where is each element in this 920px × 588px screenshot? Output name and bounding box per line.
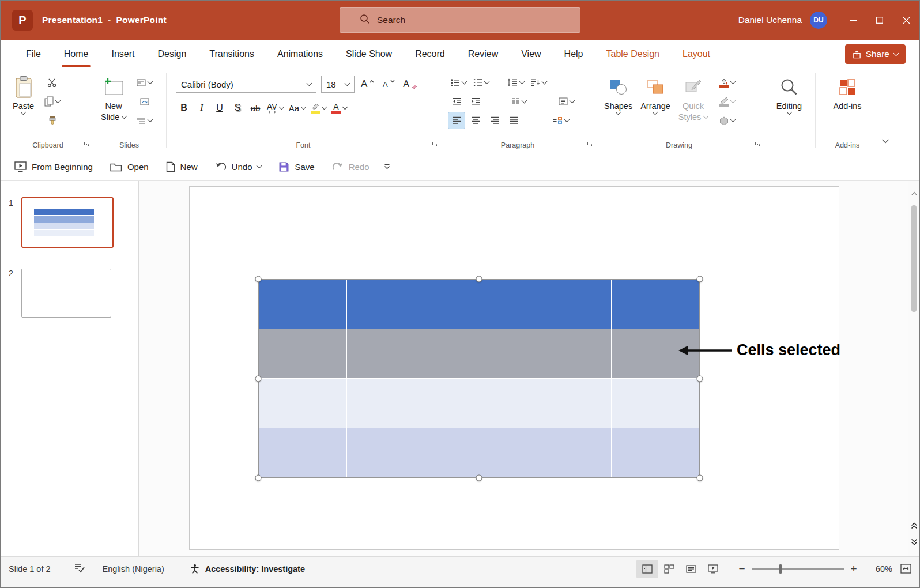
table-cell[interactable] [259,428,346,477]
qat-overflow-button[interactable] [383,164,391,170]
resize-handle-middle-left[interactable] [255,375,262,382]
grow-font-button[interactable]: A [359,76,376,92]
collapse-ribbon-button[interactable] [881,135,889,146]
spell-check-button[interactable] [74,563,85,575]
resize-handle-top-center[interactable] [476,276,482,282]
copy-button[interactable] [43,93,62,110]
avatar[interactable]: DU [810,12,827,29]
table-cell[interactable] [523,379,611,428]
section-button[interactable] [135,112,154,129]
resize-handle-bottom-left[interactable] [255,475,262,481]
table-cell[interactable] [435,280,523,329]
slide-layout-button[interactable] [135,74,154,91]
zoom-out-button[interactable]: − [736,563,748,575]
format-painter-button[interactable] [43,112,62,129]
align-right-button[interactable] [487,112,503,129]
table-row[interactable] [259,379,699,428]
dialog-launcher-clipboard[interactable] [84,141,89,149]
align-center-button[interactable] [467,112,484,129]
cut-button[interactable] [43,74,62,91]
table-cell[interactable] [612,280,699,329]
resize-handle-bottom-right[interactable] [697,475,703,481]
highlight-color-button[interactable] [309,100,328,116]
table-cell[interactable] [259,280,346,329]
tab-insert[interactable]: Insert [100,40,146,69]
zoom-level[interactable]: 60% [867,564,892,574]
table-cell[interactable] [347,329,435,378]
editing-button[interactable]: Editing [772,73,806,115]
new-button[interactable]: New [166,161,198,172]
shape-effects-button[interactable] [718,112,737,129]
quick-styles-button[interactable]: Quick Styles [674,73,712,123]
tab-view[interactable]: View [510,40,552,69]
line-spacing-button[interactable] [506,74,526,91]
table-cell[interactable] [612,379,699,428]
language-button[interactable]: English (Nigeria) [103,564,164,574]
table-cell[interactable] [347,428,435,477]
font-name-combo[interactable]: Calibri (Body) [176,76,316,93]
text-shadow-button[interactable]: S [229,100,246,116]
slide-show-button[interactable] [702,560,724,578]
previous-slide-button[interactable] [911,521,918,532]
slide-canvas[interactable]: Cells selected [139,181,908,556]
shape-fill-button[interactable] [718,74,737,91]
clear-formatting-button[interactable]: A [401,76,419,92]
columns-button[interactable] [509,93,528,110]
table-cell[interactable] [259,329,346,378]
table-cell[interactable] [435,428,523,477]
close-button[interactable] [893,1,919,40]
character-spacing-button[interactable]: AV [265,100,285,116]
fit-slide-button[interactable] [900,564,911,574]
slide-thumbnail-1[interactable] [21,197,114,248]
zoom-in-button[interactable]: + [847,563,860,575]
tab-design[interactable]: Design [146,40,198,69]
share-button[interactable]: Share [845,44,906,64]
zoom-slider[interactable] [752,568,844,570]
minimize-button[interactable] [840,1,866,40]
justify-button[interactable] [506,112,522,129]
tab-animations[interactable]: Animations [266,40,334,69]
table-cell[interactable] [435,329,523,378]
reading-view-button[interactable] [680,560,702,578]
resize-handle-middle-right[interactable] [697,375,703,382]
slide-sorter-view-button[interactable] [658,560,680,578]
normal-view-button[interactable] [636,560,658,578]
resize-handle-top-right[interactable] [697,276,703,282]
tab-layout[interactable]: Layout [671,40,722,69]
reset-slide-button[interactable] [135,93,154,110]
dialog-launcher-drawing[interactable] [755,141,760,149]
table-cell[interactable] [523,428,611,477]
increase-indent-button[interactable] [467,93,484,110]
tab-home[interactable]: Home [52,40,100,69]
font-size-combo[interactable]: 18 [321,76,355,93]
table-cell[interactable] [523,280,611,329]
dialog-launcher-font[interactable] [432,141,438,149]
table-cell[interactable] [347,379,435,428]
resize-handle-top-left[interactable] [255,276,262,282]
bold-button[interactable]: B [176,100,192,116]
from-beginning-button[interactable]: From Beginning [14,161,93,172]
tab-slide-show[interactable]: Slide Show [334,40,404,69]
tab-table-design[interactable]: Table Design [595,40,672,69]
accessibility-status[interactable]: Accessibility: Investigate [190,564,305,574]
table-cell[interactable] [435,379,523,428]
font-color-button[interactable]: A [330,100,349,116]
shapes-button[interactable]: Shapes [600,73,636,115]
slide[interactable] [189,186,839,550]
table-cell[interactable] [612,428,699,477]
bullets-button[interactable] [448,74,468,91]
italic-button[interactable]: I [194,100,210,116]
next-slide-button[interactable] [911,537,918,548]
vertical-scrollbar[interactable] [908,181,919,556]
new-slide-button[interactable]: New Slide [97,73,130,123]
undo-button[interactable]: Undo [215,162,262,172]
text-direction-button[interactable] [529,74,548,91]
arrange-button[interactable]: Arrange [636,73,674,115]
tab-review[interactable]: Review [457,40,510,69]
maximize-button[interactable] [866,1,893,40]
align-left-button[interactable] [448,112,465,129]
redo-button[interactable]: Redo [332,162,369,172]
strikethrough-button[interactable]: ab [247,100,263,116]
slide-table[interactable] [258,279,700,478]
addins-button[interactable]: Add-ins [829,73,865,112]
